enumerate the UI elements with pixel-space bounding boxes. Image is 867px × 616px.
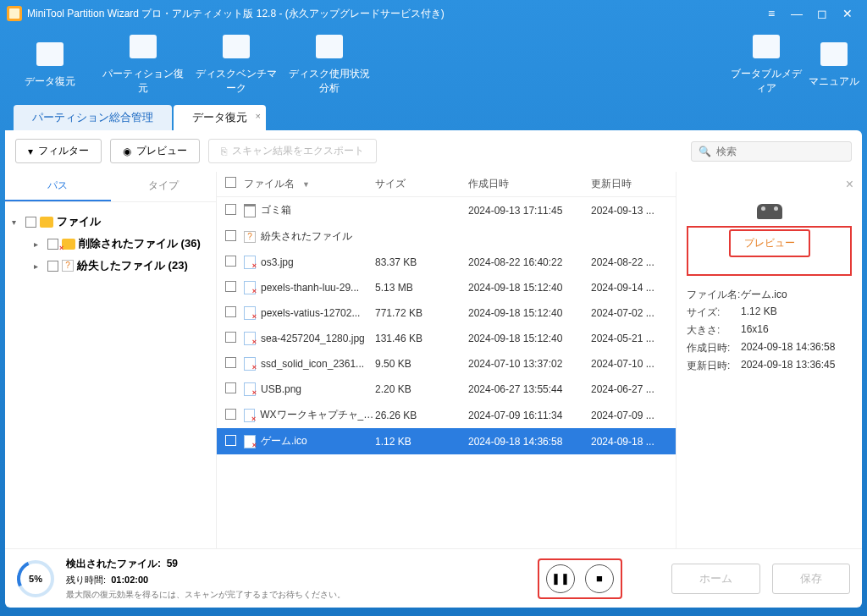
col-header-created[interactable]: 作成日時 (468, 177, 591, 191)
table-row[interactable]: sea-4257204_1280.jpg131.46 KB2024-09-18 … (217, 326, 676, 351)
tree-tab-path[interactable]: パス (5, 172, 111, 201)
tree-root[interactable]: ▾ファイル (10, 211, 211, 233)
disk-refresh-icon (130, 35, 157, 58)
file-name: pexels-thanh-luu-29... (261, 282, 359, 294)
preview-button[interactable]: ◉プレビュー (110, 139, 200, 163)
filter-button[interactable]: ▾フィルター (15, 139, 102, 163)
pause-button[interactable]: ❚❚ (546, 564, 575, 593)
file-name: sea-4257204_1280.jpg (261, 333, 365, 344)
table-row[interactable]: ゴミ箱2024-09-13 17:11:452024-09-13 ... (217, 197, 676, 223)
window-title: MiniTool Partition Wizard プロ・アルティメット版 12… (27, 7, 445, 21)
checkbox[interactable] (225, 332, 236, 343)
found-count: 59 (167, 558, 178, 569)
checkbox[interactable] (25, 217, 36, 228)
file-modified: 2024-05-21 ... (591, 333, 676, 344)
table-row[interactable]: USB.png2.20 KB2024-06-27 13:55:442024-06… (217, 377, 676, 402)
checkbox[interactable] (47, 261, 58, 272)
table-row[interactable]: ゲーム.ico1.12 KB2024-09-18 14:36:582024-09… (217, 428, 676, 454)
file-modified: 2024-06-27 ... (591, 383, 676, 395)
tree-deleted-files[interactable]: ▸削除されたファイル (36) (10, 233, 211, 255)
close-icon[interactable]: × (846, 177, 853, 192)
maximize-button[interactable]: ◻ (809, 7, 835, 20)
minimize-button[interactable]: — (784, 7, 809, 20)
tool-manual[interactable]: マニュアル (804, 36, 864, 96)
table-row[interactable]: os3.jpg83.37 KB2024-08-22 16:40:222024-0… (217, 250, 676, 275)
file-modified: 2024-07-09 ... (591, 410, 676, 421)
checkbox[interactable] (225, 357, 236, 368)
label-size: サイズ: (687, 305, 741, 320)
file-modified: 2024-08-22 ... (591, 256, 676, 268)
preview-file-button[interactable]: プレビュー (729, 229, 810, 257)
tree-tab-type[interactable]: タイプ (111, 172, 217, 201)
file-created: 2024-09-18 15:12:40 (468, 282, 591, 294)
export-icon: ⎘ (221, 146, 227, 157)
home-button[interactable]: ホーム (671, 564, 760, 594)
tool-partition-recovery[interactable]: パーティション復元 (97, 28, 190, 102)
file-created: 2024-09-13 17:11:45 (468, 205, 591, 217)
image-file-icon (244, 306, 256, 320)
col-header-modified[interactable]: 更新日時 (591, 177, 676, 191)
file-created: 2024-09-18 15:12:40 (468, 307, 591, 319)
tool-data-recovery[interactable]: データ復元 (3, 36, 97, 96)
usb-icon (753, 35, 780, 58)
table-row[interactable]: ?紛失されたファイル (217, 223, 676, 250)
checkbox[interactable] (225, 230, 236, 241)
tree-pane: パス タイプ ▾ファイル ▸削除されたファイル (36) ▸?紛失したファイル … (5, 172, 217, 548)
file-size: 5.13 MB (375, 282, 468, 294)
image-file-icon (244, 256, 256, 269)
image-file-icon (244, 357, 256, 371)
file-size: 131.46 KB (375, 333, 468, 344)
search-input[interactable] (716, 146, 844, 157)
file-created: 2024-06-27 13:55:44 (468, 383, 591, 395)
table-row[interactable]: WXワークキャプチャ_17...26.26 KB2024-07-09 16:11… (217, 402, 676, 428)
checkbox[interactable] (225, 281, 236, 292)
file-name: ゲーム.ico (261, 434, 307, 448)
search-box[interactable]: 🔍 (691, 141, 852, 162)
checkbox[interactable] (225, 306, 236, 317)
checkbox[interactable] (225, 409, 236, 420)
save-button[interactable]: 保存 (772, 564, 850, 594)
file-size: 9.50 KB (375, 358, 468, 370)
close-button[interactable]: ✕ (835, 7, 860, 20)
tab-partition-mgmt[interactable]: パーティション総合管理 (14, 105, 172, 130)
book-icon (820, 42, 848, 66)
file-created: 2024-08-22 16:40:22 (468, 256, 591, 268)
image-file-icon (244, 332, 256, 345)
label-modified: 更新日時: (687, 359, 741, 373)
funnel-icon: ▾ (28, 146, 33, 157)
found-label: 検出されたファイル: (66, 558, 161, 569)
table-row[interactable]: pexels-vatius-12702...771.72 KB2024-09-1… (217, 300, 676, 326)
tree-lost-files[interactable]: ▸?紛失したファイル (23) (10, 255, 211, 277)
file-created: 2024-07-09 16:11:34 (468, 410, 591, 421)
table-row[interactable]: ssd_solid_icon_2361...9.50 KB2024-07-10 … (217, 351, 676, 377)
tool-bootable-media[interactable]: ブータブルメディア (728, 28, 804, 102)
close-icon[interactable]: × (256, 111, 261, 121)
file-list: ファイル名▼ サイズ 作成日時 更新日時 ゴミ箱2024-09-13 17:11… (217, 172, 676, 548)
sort-desc-icon: ▼ (302, 180, 310, 189)
label-created: 作成日時: (687, 341, 741, 355)
stop-button[interactable]: ■ (585, 564, 614, 593)
chevron-right-icon: ▸ (34, 239, 44, 249)
menu-icon[interactable]: ≡ (759, 7, 784, 20)
file-created: 2024-09-18 14:36:58 (468, 436, 591, 448)
file-modified: 2024-09-14 ... (591, 282, 676, 294)
eye-icon: ◉ (123, 146, 131, 157)
status-footer: 5% 検出されたファイル: 59 残り時間: 01:02:00 最大限の復元効果… (5, 548, 862, 608)
tool-disk-usage[interactable]: ディスク使用状況分析 (283, 28, 376, 102)
tab-data-recovery[interactable]: データ復元× (174, 105, 266, 130)
checkbox[interactable] (225, 382, 236, 393)
checkbox-all[interactable] (225, 177, 236, 188)
col-header-size[interactable]: サイズ (375, 177, 468, 191)
col-header-name[interactable]: ファイル名▼ (244, 177, 375, 191)
checkbox[interactable] (225, 256, 236, 267)
file-name: ssd_solid_icon_2361... (261, 358, 364, 370)
checkbox[interactable] (47, 239, 58, 250)
tool-disk-benchmark[interactable]: ディスクベンチマーク (190, 28, 283, 102)
image-file-icon (244, 382, 256, 396)
checkbox[interactable] (225, 204, 236, 215)
disk-icon (36, 42, 64, 66)
chevron-right-icon: ▸ (34, 261, 44, 271)
file-size: 1.12 KB (375, 436, 468, 448)
table-row[interactable]: pexels-thanh-luu-29...5.13 MB2024-09-18 … (217, 275, 676, 300)
checkbox[interactable] (225, 435, 236, 446)
